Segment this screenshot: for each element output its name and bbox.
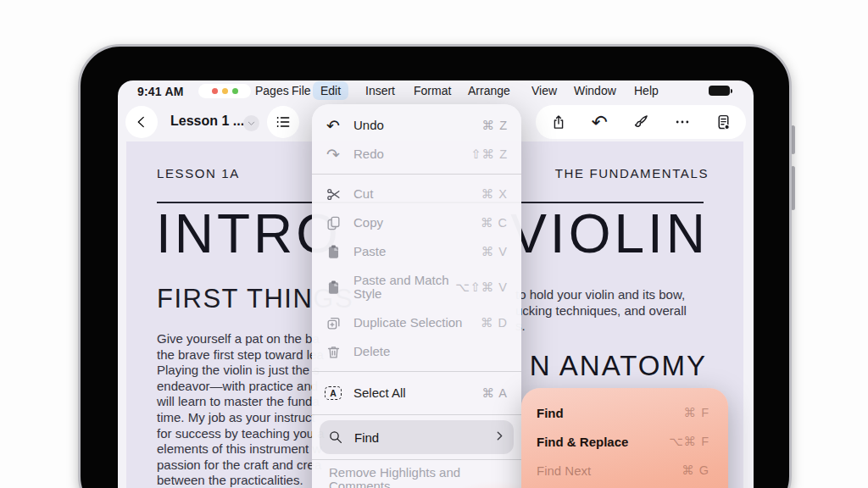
toolbar-undo-button[interactable]: ↶ — [591, 113, 609, 131]
chevron-right-icon — [494, 430, 505, 445]
more-button[interactable] — [673, 113, 692, 131]
menu-insert[interactable]: Insert — [365, 84, 395, 97]
body-line: endeavor—with practice and — [157, 379, 325, 395]
ellipsis-icon — [674, 114, 691, 130]
minimize-window-icon[interactable] — [222, 88, 228, 94]
submenu-item-find[interactable]: Find ⌘ F — [521, 398, 728, 427]
body-line: passion for the craft and crea — [157, 458, 325, 474]
body-line: Playing the violin is just the s — [157, 363, 325, 379]
body-line: will learn to master the funda — [157, 394, 325, 410]
duplicate-icon — [324, 315, 342, 331]
menu-edit-active[interactable]: Edit — [313, 81, 348, 100]
body-line: the brave first step toward lea — [157, 347, 325, 363]
menu-view[interactable]: View — [531, 84, 557, 97]
submenu-item-find-next[interactable]: Find Next ⌘ G — [521, 456, 728, 485]
scissors-icon — [324, 186, 342, 202]
menu-pages[interactable]: Pages — [255, 84, 289, 97]
menu-item-paste-and-match-style[interactable]: Paste and Match Style ⌥⇧⌘ V — [312, 266, 521, 308]
menu-item-select-all[interactable]: A Select All ⌘ A — [312, 377, 521, 409]
battery-icon — [709, 86, 730, 96]
fullscreen-window-icon[interactable] — [232, 88, 238, 94]
menu-item-remove-highlights-and-comments[interactable]: Remove Highlights and Comments — [312, 465, 521, 488]
document-title-menu-button[interactable] — [243, 115, 259, 131]
magnifier-icon — [326, 430, 345, 445]
menu-item-copy[interactable]: Copy ⌘ C — [312, 208, 521, 237]
share-icon — [550, 114, 567, 130]
close-window-icon[interactable] — [212, 88, 218, 94]
menu-item-redo[interactable]: ↷ Redo ⇧⌘ Z — [312, 140, 521, 169]
trash-icon — [324, 344, 342, 360]
select-all-icon: A — [324, 386, 342, 400]
body-paragraph-right: to hold your violin and its bow, ucking … — [515, 287, 687, 335]
body-line: to hold your violin and its bow, — [515, 287, 687, 303]
back-button[interactable] — [125, 106, 158, 138]
share-button[interactable] — [549, 113, 568, 131]
body-line: s. — [515, 319, 687, 335]
format-brush-button[interactable] — [632, 113, 650, 131]
body-paragraph-left: Give yourself a pat on the ba the brave … — [157, 331, 325, 488]
paste-icon — [324, 280, 342, 296]
edit-context-menu: ↶ Undo ⌘ Z ↷ Redo ⇧⌘ Z Cut ⌘ X — [312, 104, 521, 488]
menu-help[interactable]: Help — [634, 84, 659, 97]
document-view-icon — [715, 114, 732, 131]
screen: 9:41 AM Pages File Edit Insert Format Ar… — [118, 80, 754, 488]
redo-icon: ↷ — [324, 147, 342, 163]
copy-icon — [324, 215, 342, 231]
menu-separator — [312, 414, 521, 415]
menu-file[interactable]: File — [292, 84, 311, 97]
menu-item-find[interactable]: Find — [320, 420, 514, 454]
paste-icon — [324, 244, 342, 260]
anatomy-heading-fragment: N ANATOMY — [530, 350, 707, 382]
menu-separator — [312, 459, 521, 460]
back-chevron-icon — [134, 114, 149, 130]
body-line: Give yourself a pat on the ba — [157, 331, 325, 347]
menu-item-duplicate-selection[interactable]: Duplicate Selection ⌘ D — [312, 308, 521, 337]
toolbar-actions: ↶ — [536, 105, 746, 139]
menu-format[interactable]: Format — [414, 84, 451, 97]
body-line: time. My job as your instruct — [157, 410, 325, 426]
ipad-device-frame: 9:41 AM Pages File Edit Insert Format Ar… — [78, 44, 792, 488]
window-traffic-lights[interactable] — [198, 84, 251, 98]
table-of-contents-button[interactable] — [267, 106, 299, 138]
body-line: ucking techniques, and overall — [515, 303, 687, 319]
menu-separator — [312, 371, 521, 372]
view-options-button[interactable] — [714, 113, 732, 131]
menu-window[interactable]: Window — [574, 84, 616, 97]
undo-icon: ↶ — [592, 113, 608, 132]
body-line: for success by teaching you a — [157, 426, 325, 442]
lesson-eyebrow: LESSON 1A — [157, 166, 240, 180]
chevron-down-icon — [247, 119, 256, 128]
find-submenu: Find ⌘ F Find & Replace ⌥⌘ F Find Next ⌘… — [521, 388, 728, 488]
undo-icon: ↶ — [324, 118, 342, 134]
contents-list-icon — [275, 114, 292, 130]
body-line: between the practicalities. — [157, 473, 325, 488]
menu-separator — [312, 174, 521, 175]
fundamentals-eyebrow: THE FUNDAMENTALS — [555, 166, 709, 180]
menu-item-paste[interactable]: Paste ⌘ V — [312, 237, 521, 266]
document-heading-right-fragment: VIOLIN — [510, 202, 709, 267]
body-line: elements of this instrument w — [157, 441, 325, 458]
menu-bar: 9:41 AM Pages File Edit Insert Format Ar… — [118, 80, 754, 103]
document-title[interactable]: Lesson 1 ... — [170, 114, 244, 129]
submenu-item-find-and-replace[interactable]: Find & Replace ⌥⌘ F — [521, 427, 728, 456]
clock: 9:41 AM — [137, 85, 184, 98]
menu-item-delete[interactable]: Delete — [312, 337, 521, 366]
menu-item-cut[interactable]: Cut ⌘ X — [312, 180, 521, 208]
menu-arrange[interactable]: Arrange — [468, 84, 510, 97]
paintbrush-icon — [632, 114, 649, 130]
menu-item-undo[interactable]: ↶ Undo ⌘ Z — [312, 111, 521, 140]
